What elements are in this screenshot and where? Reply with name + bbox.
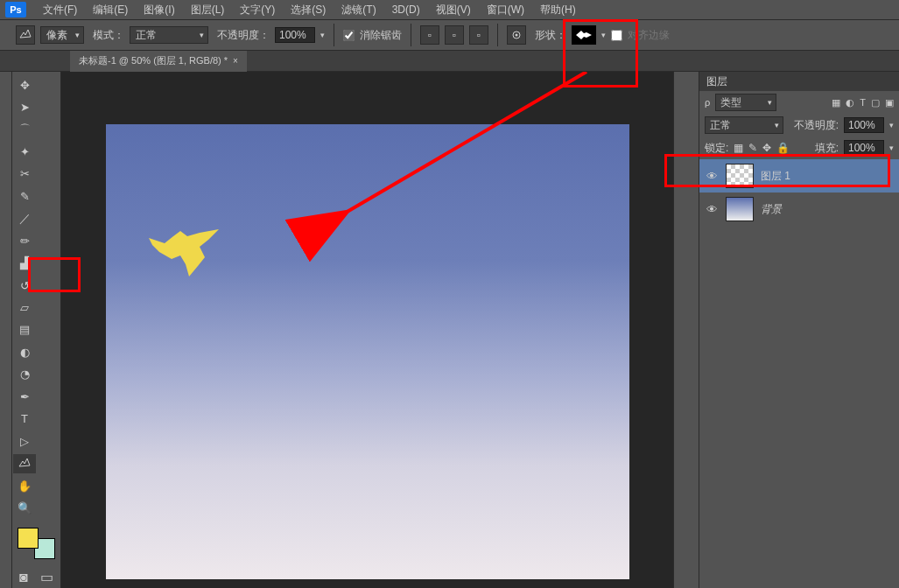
filter-kind-select[interactable]: 类型 [715, 94, 776, 111]
menu-bar: Ps 文件(F) 编辑(E) 图像(I) 图层(L) 文字(Y) 选择(S) 滤… [0, 0, 899, 19]
magic-wand-tool[interactable]: ✦ [13, 142, 36, 161]
document-canvas[interactable] [106, 124, 629, 579]
toolbox: ✥ ➤ ⌒ ✦ ✂ ✎ ／ ✏ ▟ ↺ ▱ ▤ ◐ ◔ ✒ T ▷ ✋ 🔍 ◙ … [12, 72, 61, 588]
menu-edit[interactable]: 编辑(E) [85, 3, 136, 18]
lasso-tool[interactable]: ⌒ [13, 120, 36, 139]
menu-view[interactable]: 视图(V) [428, 3, 479, 18]
gradient-tool[interactable]: ▤ [13, 320, 36, 340]
type-tool[interactable]: T [13, 410, 36, 429]
history-brush-tool[interactable]: ↺ [13, 276, 36, 295]
layer-list: 👁 图层 1 👁 背景 [699, 159, 899, 588]
visibility-icon[interactable]: 👁 [705, 203, 719, 216]
filter-shape-icon[interactable]: ▢ [871, 97, 880, 108]
pen-tool[interactable]: ✒ [13, 387, 36, 406]
antialias-label: 消除锯齿 [360, 28, 402, 43]
layer-thumbnail[interactable] [726, 197, 754, 221]
custom-shape-tool[interactable] [13, 454, 36, 473]
menu-help[interactable]: 帮助(H) [532, 3, 584, 18]
align-edges-checkbox[interactable] [611, 30, 622, 41]
lock-label: 锁定: [705, 141, 728, 156]
hand-tool[interactable]: ✋ [13, 476, 36, 495]
lock-transparent-icon[interactable]: ▦ [734, 142, 743, 154]
layer-thumbnail[interactable] [726, 164, 754, 188]
document-tab-bar: 未标题-1 @ 50% (图层 1, RGB/8) * × [0, 51, 899, 72]
direct-select-tool[interactable]: ▷ [13, 431, 36, 451]
ps-logo: Ps [5, 2, 26, 18]
blend-mode-select[interactable]: 正常 [130, 26, 208, 44]
brush-tool[interactable]: ／ [13, 209, 36, 228]
antialias-checkbox[interactable] [343, 30, 355, 41]
visibility-icon[interactable]: 👁 [705, 170, 719, 183]
align-edges-label: 对齐边缘 [628, 28, 670, 43]
collapsed-dock-right[interactable] [673, 72, 699, 588]
shape-label: 形状： [535, 28, 566, 43]
svg-point-1 [516, 34, 518, 37]
path-select-tool[interactable]: ➤ [13, 97, 36, 116]
lock-all-icon[interactable]: 🔒 [776, 142, 790, 154]
blur-tool[interactable]: ◐ [13, 342, 36, 361]
lock-paint-icon[interactable]: ✎ [748, 142, 757, 154]
mode-label: 模式： [93, 28, 124, 43]
unit-select[interactable]: 像素 [40, 26, 84, 44]
eyedropper-tool[interactable]: ✎ [13, 186, 36, 206]
fg-color[interactable] [18, 528, 39, 549]
collapsed-dock-left[interactable] [0, 72, 12, 588]
crop-tool[interactable]: ✂ [13, 164, 36, 184]
gear-icon[interactable] [507, 25, 526, 45]
tab-title: 未标题-1 @ 50% (图层 1, RGB/8) * [79, 54, 228, 67]
filter-smart-icon[interactable]: ▣ [885, 97, 894, 108]
move-tool[interactable]: ✥ [13, 75, 36, 94]
layers-panel: 图层 ρ 类型 ▦ ◐ T ▢ ▣ 正常 不透明度: 100%▾ 锁定: ▦ ✎… [699, 72, 899, 588]
menu-image[interactable]: 图像(I) [136, 3, 182, 18]
layers-panel-header[interactable]: 图层 [699, 72, 899, 91]
eraser-tool[interactable]: ▱ [13, 298, 36, 318]
align-right-icon[interactable]: ▫ [469, 25, 488, 45]
dodge-tool[interactable]: ◔ [13, 365, 36, 384]
layer-filter-icons[interactable]: ▦ ◐ T ▢ ▣ [832, 97, 894, 108]
pencil-tool[interactable]: ✏ [13, 231, 36, 250]
canvas-area [61, 72, 673, 588]
opacity-label: 不透明度： [217, 28, 270, 43]
menu-file[interactable]: 文件(F) [35, 3, 85, 18]
shape-thumbnail[interactable] [572, 25, 596, 45]
layer-blend-select[interactable]: 正常 [705, 116, 783, 134]
align-center-icon[interactable]: ▫ [445, 25, 464, 45]
current-tool-icon[interactable] [16, 25, 35, 45]
align-left-icon[interactable]: ▫ [420, 25, 439, 45]
filter-adjust-icon[interactable]: ◐ [846, 97, 854, 108]
quickmask-icon[interactable]: ◙ [12, 568, 35, 587]
options-bar: 像素 模式： 正常 不透明度： 100% ▾ 消除锯齿 ▫ ▫ ▫ 形状： ▾ … [0, 19, 899, 51]
layer-opacity-value[interactable]: 100% [844, 117, 884, 133]
stamp-tool[interactable]: ▟ [13, 254, 36, 273]
menu-3d[interactable]: 3D(D) [384, 4, 428, 16]
opacity-value[interactable]: 100% [275, 27, 315, 43]
layer-row[interactable]: 👁 背景 [699, 192, 899, 226]
lock-position-icon[interactable]: ✥ [762, 142, 771, 154]
filter-pixel-icon[interactable]: ▦ [832, 97, 840, 108]
fill-value[interactable]: 100% [844, 140, 884, 156]
layer-row[interactable]: 👁 图层 1 [699, 159, 899, 192]
menu-select[interactable]: 选择(S) [283, 3, 334, 18]
menu-window[interactable]: 窗口(W) [479, 3, 532, 18]
zoom-tool[interactable]: 🔍 [13, 499, 36, 518]
filter-type-icon[interactable]: T [860, 97, 866, 108]
layer-name[interactable]: 图层 1 [761, 169, 790, 184]
document-tab[interactable]: 未标题-1 @ 50% (图层 1, RGB/8) * × [70, 51, 247, 72]
layer-opacity-label: 不透明度: [794, 118, 839, 133]
menu-type[interactable]: 文字(Y) [232, 3, 283, 18]
color-swatches[interactable] [18, 528, 55, 559]
menu-filter[interactable]: 滤镜(T) [334, 3, 383, 18]
bird-shape [145, 228, 222, 280]
tab-close-icon[interactable]: × [233, 56, 238, 66]
layer-name[interactable]: 背景 [761, 202, 782, 217]
fill-label: 填充: [815, 141, 839, 156]
screenmode-icon[interactable]: ▭ [35, 568, 58, 587]
menu-layer[interactable]: 图层(L) [183, 3, 233, 18]
